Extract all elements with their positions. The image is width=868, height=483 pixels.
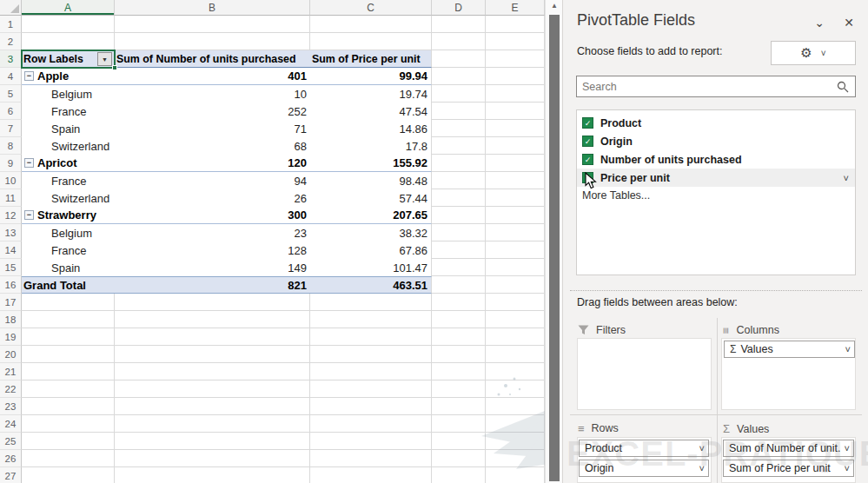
grid-cell[interactable] <box>310 398 432 415</box>
pivot-price-value[interactable]: 19.74 <box>310 85 432 103</box>
grid-cell[interactable] <box>310 294 432 311</box>
grid-cell[interactable] <box>432 155 486 172</box>
row-labels-filter-button[interactable]: ▼ <box>97 52 112 66</box>
pivot-row-label[interactable]: Spain <box>22 120 115 137</box>
grid-cell[interactable] <box>22 294 115 311</box>
grid-cell[interactable] <box>486 207 545 224</box>
pivot-price-value[interactable]: 17.8 <box>310 137 432 155</box>
grid-cell[interactable] <box>115 311 310 328</box>
grid-cell[interactable] <box>486 137 545 155</box>
grid-cell[interactable] <box>432 16 486 33</box>
field-chip-sum-of-price-per-unit[interactable]: Sum of Price per unit˅ <box>723 460 854 477</box>
grid-cell[interactable] <box>432 311 486 328</box>
grid-cell[interactable] <box>486 311 545 328</box>
grid-cell[interactable] <box>432 120 486 137</box>
pivot-units-value[interactable]: 10 <box>115 85 310 103</box>
row-header-23[interactable]: 23 <box>0 398 22 415</box>
pivot-price-value[interactable]: 99.94 <box>310 68 432 85</box>
row-header-15[interactable]: 15 <box>0 259 22 276</box>
scroll-up-icon[interactable]: ▲ <box>546 2 563 10</box>
grid-cell[interactable] <box>486 68 545 85</box>
grid-cell[interactable] <box>432 189 486 207</box>
pivot-units-value[interactable]: 68 <box>115 137 310 155</box>
grid-cell[interactable] <box>115 467 310 483</box>
pivot-units-value[interactable]: 71 <box>115 120 310 137</box>
row-header-9[interactable]: 9 <box>0 155 22 172</box>
field-chip-values[interactable]: ΣValues˅ <box>724 341 855 358</box>
pivot-row-label[interactable]: France <box>22 172 115 189</box>
pivot-row-label[interactable]: Switzerland <box>22 189 115 207</box>
grid-cell[interactable] <box>115 294 310 311</box>
grid-cell[interactable] <box>432 433 486 450</box>
chevron-down-icon[interactable]: ˅ <box>699 443 705 453</box>
pivot-price-value[interactable]: 155.92 <box>310 155 432 172</box>
pivot-row-label[interactable]: Switzerland <box>22 137 115 155</box>
grid-cell[interactable] <box>432 103 486 120</box>
row-header-26[interactable]: 26 <box>0 450 22 467</box>
grid-cell[interactable] <box>310 433 432 450</box>
pivot-row-label[interactable]: France <box>22 242 115 259</box>
row-header-25[interactable]: 25 <box>0 433 22 450</box>
grid-cell[interactable] <box>486 276 545 294</box>
grid-cell[interactable] <box>432 85 486 103</box>
field-chip-product[interactable]: Product˅ <box>579 440 709 457</box>
pivot-header-price[interactable]: Sum of Price per unit <box>310 50 432 68</box>
grid-cell[interactable] <box>486 294 545 311</box>
grid-cell[interactable] <box>432 50 486 68</box>
pivot-units-value[interactable]: 149 <box>115 259 310 276</box>
grid-cell[interactable] <box>432 363 486 380</box>
pivot-price-value[interactable]: 38.32 <box>310 224 432 242</box>
grid-cell[interactable] <box>22 467 115 483</box>
grid-cell[interactable] <box>432 380 486 398</box>
grid-cell[interactable] <box>486 33 545 50</box>
grid-cell[interactable] <box>486 450 545 467</box>
grid-cell[interactable] <box>486 363 545 380</box>
grid-cell[interactable] <box>432 346 486 363</box>
fill-handle[interactable] <box>112 65 117 70</box>
grid-cell[interactable] <box>310 346 432 363</box>
field-item-number-of-units-purchased[interactable]: ✓ Number of units purchased <box>577 150 855 169</box>
column-header-B[interactable]: B <box>115 0 310 16</box>
grid-cell[interactable] <box>432 242 486 259</box>
row-header-10[interactable]: 10 <box>0 172 22 189</box>
field-chip-sum-of-number-of-unit-[interactable]: Sum of Number of unit...˅ <box>723 440 854 457</box>
grid-cell[interactable] <box>115 363 310 380</box>
pivot-units-value[interactable]: 300 <box>115 207 310 224</box>
pivot-price-value[interactable]: 67.86 <box>310 242 432 259</box>
column-header-C[interactable]: C <box>310 0 432 16</box>
pivot-row-label[interactable]: Belgium <box>22 85 115 103</box>
row-header-19[interactable]: 19 <box>0 328 22 346</box>
field-item-price-per-unit[interactable]: ✓ Price per unit ˅ <box>577 169 855 187</box>
grid-cell[interactable] <box>310 311 432 328</box>
column-header-E[interactable]: E <box>486 0 545 16</box>
grid-cell[interactable] <box>115 328 310 346</box>
grid-cell[interactable] <box>486 189 545 207</box>
grid-cell[interactable] <box>486 398 545 415</box>
grid-cell[interactable] <box>432 276 486 294</box>
tools-button[interactable]: ⚙ ˅ <box>771 41 856 65</box>
checkbox-checked-icon[interactable]: ✓ <box>582 154 593 165</box>
select-all-button[interactable] <box>0 0 22 16</box>
grid-cell[interactable] <box>115 16 310 33</box>
grid-cell[interactable] <box>486 103 545 120</box>
grid-cell[interactable] <box>432 467 486 483</box>
grid-cell[interactable] <box>310 328 432 346</box>
checkbox-checked-icon[interactable]: ✓ <box>582 172 593 183</box>
row-header-20[interactable]: 20 <box>0 346 22 363</box>
grid-cell[interactable] <box>22 346 115 363</box>
grid-cell[interactable] <box>310 16 432 33</box>
collapse-minus-icon[interactable]: − <box>24 210 34 220</box>
row-header-4[interactable]: 4 <box>0 68 22 85</box>
pivot-row-label[interactable]: −Strawberry <box>22 207 115 224</box>
grid-cell[interactable] <box>432 259 486 276</box>
row-header-17[interactable]: 17 <box>0 294 22 311</box>
field-item-origin[interactable]: ✓ Origin <box>577 132 855 150</box>
field-chip-origin[interactable]: Origin˅ <box>579 460 709 477</box>
grid-cell[interactable] <box>22 450 115 467</box>
scrollbar-thumb[interactable] <box>549 15 560 481</box>
row-header-8[interactable]: 8 <box>0 137 22 155</box>
grid-cell[interactable] <box>22 433 115 450</box>
grid-cell[interactable] <box>310 415 432 433</box>
row-header-13[interactable]: 13 <box>0 224 22 242</box>
grid-cell[interactable] <box>22 328 115 346</box>
